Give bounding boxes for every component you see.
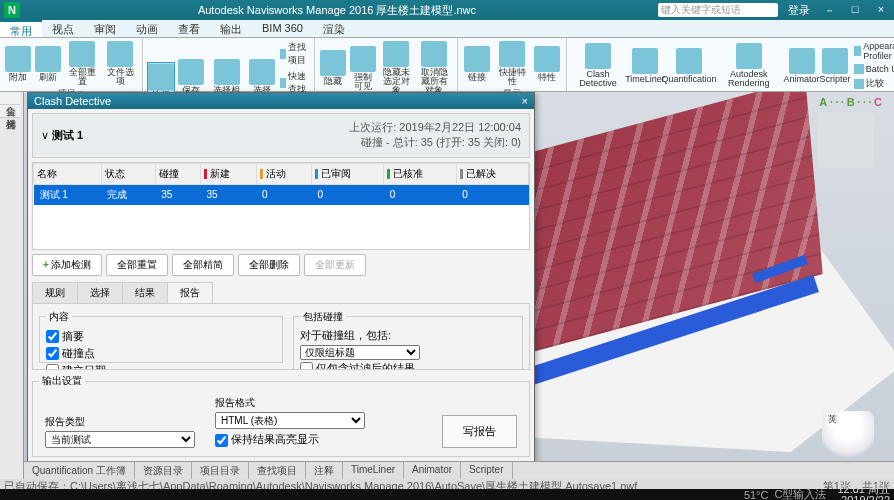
ribbon-btn[interactable]: 链接: [462, 45, 491, 83]
bottom-tab[interactable]: 资源目录: [135, 462, 192, 479]
ribbon-btn[interactable]: 刷新: [34, 45, 62, 83]
report-format-select[interactable]: HTML (表格): [215, 412, 365, 429]
ribbon-btn[interactable]: 强制可见: [349, 45, 377, 92]
ribbon-btn[interactable]: 快捷特性: [493, 40, 531, 87]
ribbon-stack-item[interactable]: 比较: [852, 76, 894, 91]
add-test-button[interactable]: 添加检测: [32, 254, 102, 276]
reset-all-button[interactable]: 全部重置: [106, 254, 168, 276]
sidebar-tab-tree[interactable]: 选择树: [0, 105, 20, 118]
ribbon-btn[interactable]: Quantification: [665, 47, 713, 85]
bottom-tab[interactable]: TimeLiner: [343, 462, 404, 479]
ribbon-btn[interactable]: 文件选项: [102, 40, 138, 87]
ribbon-btn[interactable]: Scripter: [820, 47, 850, 85]
bottom-tab[interactable]: Animator: [404, 462, 461, 479]
ribbon-tab-6[interactable]: BIM 360: [252, 20, 313, 37]
update-all-button: 全部更新: [304, 254, 366, 276]
write-report-button[interactable]: 写报告: [442, 415, 517, 448]
content-opt[interactable]: 碰撞点: [46, 345, 276, 362]
ribbon-stack-item[interactable]: 查找项目: [278, 40, 310, 68]
bottom-tab[interactable]: 注释: [306, 462, 343, 479]
ribbon-stack-item[interactable]: Batch Utility: [852, 63, 894, 75]
ribbon-btn[interactable]: 全部重置: [64, 40, 100, 87]
ribbon-btn[interactable]: TimeLiner: [627, 47, 663, 85]
subtab-0[interactable]: 规则: [32, 282, 78, 303]
sidebar-tab-sets[interactable]: 集合: [0, 92, 20, 105]
ribbon-btn[interactable]: 取消隐藏所有对象: [415, 40, 453, 96]
subtab-1[interactable]: 选择: [77, 282, 123, 303]
ribbon-tab-7[interactable]: 渲染: [313, 20, 355, 37]
ribbon-btn[interactable]: Clash Detective: [571, 42, 625, 89]
bottom-tab[interactable]: 查找项目: [249, 462, 306, 479]
test-name: 测试 1: [52, 129, 83, 141]
app-title: Autodesk Navisworks Manage 2016 厚生楼土建模型.…: [26, 3, 648, 18]
ribbon-btn[interactable]: Autodesk Rendering: [715, 42, 783, 89]
only-filtered-checkbox[interactable]: [300, 362, 313, 370]
content-opt[interactable]: 建立日期: [46, 362, 276, 370]
delete-all-button[interactable]: 全部删除: [238, 254, 300, 276]
ribbon-stack-item[interactable]: Appearance Profiler: [852, 40, 894, 62]
bottom-tab[interactable]: 项目目录: [192, 462, 249, 479]
ribbon-tab-0[interactable]: 常用: [0, 20, 42, 37]
panel-close-icon[interactable]: ×: [522, 95, 528, 107]
login-link[interactable]: 登录: [788, 3, 810, 18]
ribbon-btn[interactable]: 隐藏未选定对象: [379, 40, 413, 96]
view-cube[interactable]: [818, 112, 874, 168]
ribbon-tab-2[interactable]: 审阅: [84, 20, 126, 37]
clash-detective-panel: Clash Detective × ∨ 测试 1 上次运行: 2019年2月22…: [27, 92, 535, 462]
ime-avatar[interactable]: [822, 411, 874, 463]
ribbon-btn[interactable]: 隐藏: [319, 49, 347, 87]
keep-highlight-checkbox[interactable]: [215, 434, 228, 447]
keyword-search[interactable]: 键入关键字或短语: [658, 3, 778, 17]
compact-all-button[interactable]: 全部精简: [172, 254, 234, 276]
status-text: 已自动保存：C:\Users\离浅七七\AppData\Roaming\Auto…: [4, 480, 637, 489]
ribbon-tab-4[interactable]: 查看: [168, 20, 210, 37]
group-include-select[interactable]: 仅限组标题: [300, 345, 420, 360]
ribbon-tab-1[interactable]: 视点: [42, 20, 84, 37]
min-button[interactable]: －: [820, 3, 838, 18]
ribbon-tab-3[interactable]: 动画: [126, 20, 168, 37]
report-type-select[interactable]: 当前测试: [45, 431, 195, 448]
panel-title: Clash Detective: [34, 95, 111, 107]
subtab-2[interactable]: 结果: [122, 282, 168, 303]
app-logo: N: [4, 2, 20, 18]
close-button[interactable]: ×: [872, 3, 890, 18]
subtab-3[interactable]: 报告: [167, 282, 213, 303]
bottom-tab[interactable]: Scripter: [461, 462, 512, 479]
ribbon-btn[interactable]: Animator: [785, 47, 818, 85]
bottom-tab[interactable]: Quantification 工作簿: [24, 462, 135, 479]
ribbon-btn[interactable]: 附加: [4, 45, 32, 83]
content-opt[interactable]: 摘要: [46, 328, 276, 345]
clash-summary: 碰撞 - 总计: 35 (打开: 35 关闭: 0): [349, 135, 521, 150]
ribbon-tab-5[interactable]: 输出: [210, 20, 252, 37]
table-row[interactable]: 测试 1 完成 35 35 0 0 0 0: [34, 184, 529, 205]
max-button[interactable]: □: [846, 3, 864, 18]
ribbon-btn[interactable]: 特性: [533, 45, 562, 83]
